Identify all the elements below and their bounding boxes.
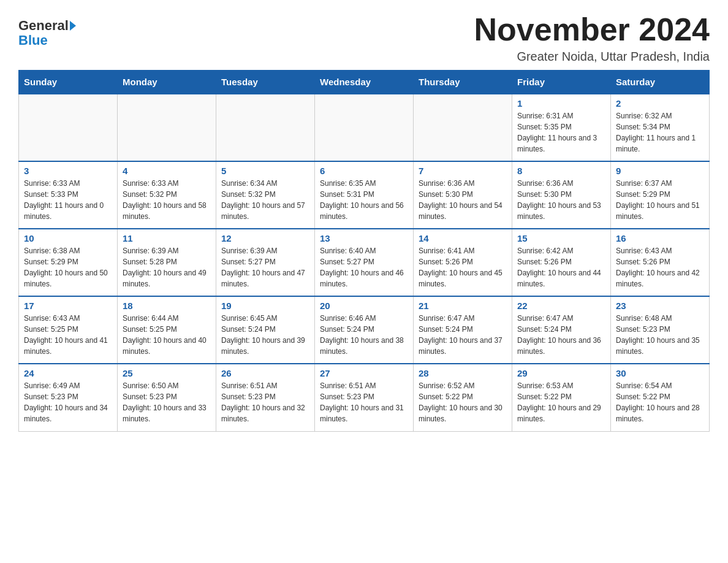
day-number: 16 <box>616 233 704 243</box>
calendar-table: SundayMondayTuesdayWednesdayThursdayFrid… <box>18 70 710 432</box>
calendar-cell: 20Sunrise: 6:46 AMSunset: 5:24 PMDayligh… <box>315 296 414 364</box>
calendar-cell: 19Sunrise: 6:45 AMSunset: 5:24 PMDayligh… <box>216 296 315 364</box>
day-info: Sunrise: 6:41 AMSunset: 5:26 PMDaylight:… <box>419 245 507 289</box>
calendar-cell: 29Sunrise: 6:53 AMSunset: 5:22 PMDayligh… <box>512 364 611 431</box>
day-number: 17 <box>24 301 112 311</box>
day-info: Sunrise: 6:52 AMSunset: 5:22 PMDaylight:… <box>419 380 507 424</box>
day-info: Sunrise: 6:50 AMSunset: 5:23 PMDaylight:… <box>123 380 211 424</box>
day-number: 2 <box>616 98 704 109</box>
calendar-header-sunday: Sunday <box>19 71 118 94</box>
day-number: 4 <box>123 166 211 176</box>
calendar-cell <box>315 94 414 161</box>
day-info: Sunrise: 6:37 AMSunset: 5:29 PMDaylight:… <box>616 178 704 222</box>
calendar-cell: 13Sunrise: 6:40 AMSunset: 5:27 PMDayligh… <box>315 229 414 296</box>
day-number: 25 <box>123 368 211 378</box>
calendar-cell: 11Sunrise: 6:39 AMSunset: 5:28 PMDayligh… <box>118 229 216 296</box>
day-info: Sunrise: 6:43 AMSunset: 5:26 PMDaylight:… <box>616 245 704 289</box>
month-title: November 2024 <box>474 12 710 47</box>
calendar-cell <box>216 94 315 161</box>
calendar-cell: 2Sunrise: 6:32 AMSunset: 5:34 PMDaylight… <box>611 94 710 161</box>
day-info: Sunrise: 6:34 AMSunset: 5:32 PMDaylight:… <box>221 178 309 222</box>
day-info: Sunrise: 6:33 AMSunset: 5:33 PMDaylight:… <box>24 178 112 222</box>
day-number: 5 <box>221 166 309 176</box>
day-info: Sunrise: 6:39 AMSunset: 5:27 PMDaylight:… <box>221 245 309 289</box>
day-number: 21 <box>419 301 507 311</box>
calendar-header-saturday: Saturday <box>611 71 710 94</box>
day-number: 9 <box>616 166 704 176</box>
day-number: 29 <box>517 368 605 378</box>
calendar-cell: 24Sunrise: 6:49 AMSunset: 5:23 PMDayligh… <box>19 364 118 431</box>
day-number: 10 <box>24 233 112 243</box>
day-info: Sunrise: 6:46 AMSunset: 5:24 PMDaylight:… <box>320 313 408 357</box>
calendar-cell: 28Sunrise: 6:52 AMSunset: 5:22 PMDayligh… <box>414 364 512 431</box>
day-number: 20 <box>320 301 408 311</box>
day-info: Sunrise: 6:47 AMSunset: 5:24 PMDaylight:… <box>517 313 605 357</box>
calendar-cell: 17Sunrise: 6:43 AMSunset: 5:25 PMDayligh… <box>19 296 118 364</box>
calendar-cell: 3Sunrise: 6:33 AMSunset: 5:33 PMDaylight… <box>19 161 118 229</box>
day-info: Sunrise: 6:51 AMSunset: 5:23 PMDaylight:… <box>221 380 309 424</box>
day-info: Sunrise: 6:47 AMSunset: 5:24 PMDaylight:… <box>419 313 507 357</box>
logo-blue-text: Blue <box>18 33 76 48</box>
location-text: Greater Noida, Uttar Pradesh, India <box>474 50 710 64</box>
day-info: Sunrise: 6:44 AMSunset: 5:25 PMDaylight:… <box>123 313 211 357</box>
day-number: 7 <box>419 166 507 176</box>
calendar-week-row: 3Sunrise: 6:33 AMSunset: 5:33 PMDaylight… <box>19 161 710 229</box>
day-number: 26 <box>221 368 309 378</box>
day-number: 19 <box>221 301 309 311</box>
day-info: Sunrise: 6:35 AMSunset: 5:31 PMDaylight:… <box>320 178 408 222</box>
day-number: 12 <box>221 233 309 243</box>
calendar-cell <box>118 94 216 161</box>
calendar-header-friday: Friday <box>512 71 611 94</box>
day-number: 22 <box>517 301 605 311</box>
day-number: 30 <box>616 368 704 378</box>
day-info: Sunrise: 6:54 AMSunset: 5:22 PMDaylight:… <box>616 380 704 424</box>
calendar-header-wednesday: Wednesday <box>315 71 414 94</box>
day-info: Sunrise: 6:42 AMSunset: 5:26 PMDaylight:… <box>517 245 605 289</box>
calendar-cell: 5Sunrise: 6:34 AMSunset: 5:32 PMDaylight… <box>216 161 315 229</box>
day-info: Sunrise: 6:36 AMSunset: 5:30 PMDaylight:… <box>419 178 507 222</box>
calendar-cell: 12Sunrise: 6:39 AMSunset: 5:27 PMDayligh… <box>216 229 315 296</box>
calendar-header-monday: Monday <box>118 71 216 94</box>
calendar-cell: 8Sunrise: 6:36 AMSunset: 5:30 PMDaylight… <box>512 161 611 229</box>
calendar-cell: 18Sunrise: 6:44 AMSunset: 5:25 PMDayligh… <box>118 296 216 364</box>
day-number: 24 <box>24 368 112 378</box>
calendar-cell: 21Sunrise: 6:47 AMSunset: 5:24 PMDayligh… <box>414 296 512 364</box>
day-info: Sunrise: 6:39 AMSunset: 5:28 PMDaylight:… <box>123 245 211 289</box>
calendar-header-row: SundayMondayTuesdayWednesdayThursdayFrid… <box>19 71 710 94</box>
calendar-cell <box>414 94 512 161</box>
calendar-cell: 9Sunrise: 6:37 AMSunset: 5:29 PMDaylight… <box>611 161 710 229</box>
calendar-header-thursday: Thursday <box>414 71 512 94</box>
calendar-week-row: 10Sunrise: 6:38 AMSunset: 5:29 PMDayligh… <box>19 229 710 296</box>
day-info: Sunrise: 6:48 AMSunset: 5:23 PMDaylight:… <box>616 313 704 357</box>
day-info: Sunrise: 6:53 AMSunset: 5:22 PMDaylight:… <box>517 380 605 424</box>
calendar-cell: 26Sunrise: 6:51 AMSunset: 5:23 PMDayligh… <box>216 364 315 431</box>
day-number: 14 <box>419 233 507 243</box>
day-number: 27 <box>320 368 408 378</box>
day-number: 28 <box>419 368 507 378</box>
day-number: 15 <box>517 233 605 243</box>
calendar-cell: 22Sunrise: 6:47 AMSunset: 5:24 PMDayligh… <box>512 296 611 364</box>
logo: General Blue <box>18 18 76 48</box>
title-block: November 2024 Greater Noida, Uttar Prade… <box>474 12 710 64</box>
calendar-cell: 10Sunrise: 6:38 AMSunset: 5:29 PMDayligh… <box>19 229 118 296</box>
calendar-week-row: 17Sunrise: 6:43 AMSunset: 5:25 PMDayligh… <box>19 296 710 364</box>
calendar-week-row: 24Sunrise: 6:49 AMSunset: 5:23 PMDayligh… <box>19 364 710 431</box>
calendar-cell: 30Sunrise: 6:54 AMSunset: 5:22 PMDayligh… <box>611 364 710 431</box>
calendar-cell: 23Sunrise: 6:48 AMSunset: 5:23 PMDayligh… <box>611 296 710 364</box>
calendar-cell <box>19 94 118 161</box>
day-number: 23 <box>616 301 704 311</box>
day-info: Sunrise: 6:45 AMSunset: 5:24 PMDaylight:… <box>221 313 309 357</box>
calendar-cell: 27Sunrise: 6:51 AMSunset: 5:23 PMDayligh… <box>315 364 414 431</box>
calendar-cell: 15Sunrise: 6:42 AMSunset: 5:26 PMDayligh… <box>512 229 611 296</box>
day-info: Sunrise: 6:38 AMSunset: 5:29 PMDaylight:… <box>24 245 112 289</box>
calendar-cell: 4Sunrise: 6:33 AMSunset: 5:32 PMDaylight… <box>118 161 216 229</box>
day-number: 11 <box>123 233 211 243</box>
calendar-week-row: 1Sunrise: 6:31 AMSunset: 5:35 PMDaylight… <box>19 94 710 161</box>
day-number: 8 <box>517 166 605 176</box>
day-info: Sunrise: 6:43 AMSunset: 5:25 PMDaylight:… <box>24 313 112 357</box>
calendar-cell: 25Sunrise: 6:50 AMSunset: 5:23 PMDayligh… <box>118 364 216 431</box>
day-info: Sunrise: 6:40 AMSunset: 5:27 PMDaylight:… <box>320 245 408 289</box>
calendar-header-tuesday: Tuesday <box>216 71 315 94</box>
day-info: Sunrise: 6:49 AMSunset: 5:23 PMDaylight:… <box>24 380 112 424</box>
calendar-cell: 7Sunrise: 6:36 AMSunset: 5:30 PMDaylight… <box>414 161 512 229</box>
